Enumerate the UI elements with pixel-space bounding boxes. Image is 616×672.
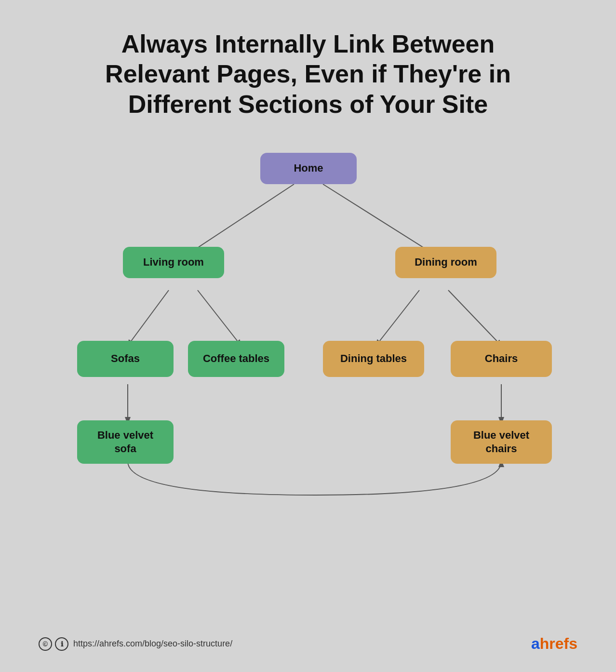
- footer: © ℹ https://ahrefs.com/blog/seo-silo-str…: [39, 630, 577, 653]
- svg-line-4: [376, 290, 419, 346]
- node-coffee-tables: Coffee tables: [188, 341, 284, 377]
- svg-line-3: [198, 290, 241, 346]
- diagram: Home Living room Dining room Sofas Coffe…: [39, 148, 577, 611]
- svg-line-5: [448, 290, 501, 346]
- node-sofas: Sofas: [77, 341, 174, 377]
- node-home: Home: [260, 153, 357, 184]
- cc-icon: ©: [39, 637, 52, 651]
- svg-line-2: [128, 290, 169, 346]
- svg-line-0: [188, 184, 294, 254]
- svg-line-1: [323, 184, 434, 254]
- node-dining-tables: Dining tables: [323, 341, 424, 377]
- ahrefs-logo: ahrefs: [531, 635, 577, 653]
- footer-left: © ℹ https://ahrefs.com/blog/seo-silo-str…: [39, 637, 232, 651]
- node-blue-velvet-sofa: Blue velvet sofa: [77, 420, 174, 464]
- node-blue-velvet-chairs: Blue velvet chairs: [451, 420, 552, 464]
- node-dining-room: Dining room: [395, 247, 496, 278]
- page-title: Always Internally Link Between Relevant …: [91, 29, 525, 119]
- footer-url: https://ahrefs.com/blog/seo-silo-structu…: [73, 639, 232, 649]
- info-icon: ℹ: [55, 637, 68, 651]
- node-living-room: Living room: [123, 247, 224, 278]
- nodes-layer: Home Living room Dining room Sofas Coffe…: [39, 148, 577, 485]
- footer-icons: © ℹ: [39, 637, 68, 651]
- node-chairs: Chairs: [451, 341, 552, 377]
